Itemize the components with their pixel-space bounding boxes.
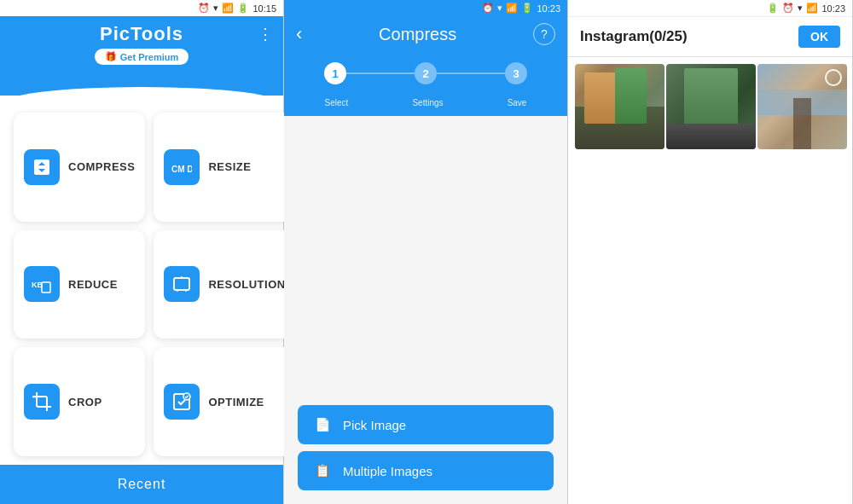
menu-icon[interactable]: ⋮ xyxy=(258,25,273,43)
wave-separator xyxy=(0,78,283,96)
back-button[interactable]: ‹ xyxy=(296,23,302,45)
resolution-icon-box xyxy=(164,266,200,302)
premium-label: Get Premium xyxy=(120,52,178,62)
instagram-panel: 🔋 ⏰ ▾ 📶 10:23 Instagram(0/25) OK xyxy=(568,0,853,504)
battery-icon: 🔋 xyxy=(237,3,249,14)
help-button[interactable]: ? xyxy=(533,23,555,45)
crop-icon-box xyxy=(24,384,60,420)
time-panel2: 10:23 xyxy=(537,3,560,14)
resolution-label: RESOLUTION xyxy=(208,278,285,291)
status-bar-panel3: 🔋 ⏰ ▾ 📶 10:23 xyxy=(568,0,852,17)
svg-rect-2 xyxy=(42,282,50,293)
get-premium-button[interactable]: 🎁 Get Premium xyxy=(95,49,189,65)
photo-strip xyxy=(568,57,852,156)
compress-icon xyxy=(32,157,52,177)
alarm-icon-p3: ⏰ xyxy=(782,3,794,14)
reduce-icon: KB xyxy=(32,274,52,294)
battery-icon-p2: 🔋 xyxy=(521,3,533,14)
app-header: ⋮ PicTools 🎁 Get Premium xyxy=(0,16,283,78)
time-panel1: 10:15 xyxy=(252,3,276,14)
multiple-images-label: Multiple Images xyxy=(343,464,432,478)
optimize-icon xyxy=(171,391,192,412)
compress-tool-card[interactable]: COMPRESS xyxy=(14,113,145,222)
step-2-label: Settings xyxy=(412,98,443,107)
recent-bar[interactable]: Recent xyxy=(0,465,283,504)
compress-label: COMPRESS xyxy=(68,160,135,173)
optimize-label: OPTIMIZE xyxy=(208,396,264,408)
step-labels: Select Settings Save xyxy=(284,98,567,116)
step-3-circle: 3 xyxy=(505,62,527,84)
tools-grid: COMPRESS CM DPI RESIZE KB REDUCE RESOLUT… xyxy=(0,96,283,465)
instagram-title: Instagram(0/25) xyxy=(580,28,688,45)
compress-content-area xyxy=(284,116,567,397)
optimize-icon-box xyxy=(164,384,200,420)
resolution-icon xyxy=(171,274,192,294)
compress-icon-box xyxy=(24,149,60,185)
reduce-tool-card[interactable]: KB REDUCE xyxy=(14,230,145,339)
photo-thumb-2[interactable] xyxy=(666,64,756,149)
step-3-label: Save xyxy=(508,98,527,107)
time-panel3: 10:23 xyxy=(821,3,845,14)
status-bar-panel2: ⏰ ▾ 📶 🔋 10:23 xyxy=(284,0,567,16)
premium-icon: 🎁 xyxy=(105,51,117,62)
alarm-icon-p2: ⏰ xyxy=(482,3,494,14)
multiple-images-icon: 📋 xyxy=(315,463,331,478)
main-menu-panel: ⏰ ▾ 📶 🔋 10:15 ⋮ PicTools 🎁 Get Premium C… xyxy=(0,0,284,504)
recent-label: Recent xyxy=(118,477,166,491)
steps-row: 1 2 3 xyxy=(284,55,567,98)
svg-rect-3 xyxy=(174,278,189,290)
alarm-icon: ⏰ xyxy=(198,3,210,14)
reduce-icon-box: KB xyxy=(24,266,60,302)
resize-label: RESIZE xyxy=(208,160,251,173)
status-bar-panel1: ⏰ ▾ 📶 🔋 10:15 xyxy=(0,0,283,16)
ok-button[interactable]: OK xyxy=(798,26,840,48)
photo-thumb-3[interactable] xyxy=(757,64,847,149)
resolution-tool-card[interactable]: RESOLUTION xyxy=(154,230,295,339)
pick-image-label: Pick Image xyxy=(343,418,406,432)
signal-icon: 📶 xyxy=(222,3,234,14)
instagram-body xyxy=(568,156,852,504)
compress-title: Compress xyxy=(379,25,456,44)
photo-select-radio[interactable] xyxy=(825,69,842,86)
compress-header: ‹ Compress ? xyxy=(284,16,567,55)
crop-tool-card[interactable]: CROP xyxy=(14,347,145,456)
reduce-label: REDUCE xyxy=(68,278,118,291)
pick-image-icon: 📄 xyxy=(315,417,331,432)
crop-icon xyxy=(32,391,52,412)
compress-panel: ⏰ ▾ 📶 🔋 10:23 ‹ Compress ? 1 2 3 Select … xyxy=(284,0,568,504)
resize-icon: CM DPI xyxy=(171,157,192,177)
compress-actions: 📄 Pick Image 📋 Multiple Images xyxy=(284,397,567,504)
battery-outline-icon: 🔋 xyxy=(767,3,779,14)
crop-label: CROP xyxy=(68,396,102,408)
pick-image-button[interactable]: 📄 Pick Image xyxy=(298,405,554,444)
wifi-icon-p3: ▾ xyxy=(798,3,803,14)
step-1-label: Select xyxy=(325,98,349,107)
step-line-1 xyxy=(346,72,415,74)
signal-icon-p2: 📶 xyxy=(506,3,518,14)
multiple-images-button[interactable]: 📋 Multiple Images xyxy=(298,451,554,490)
resize-icon-box: CM DPI xyxy=(164,149,200,185)
step-line-2 xyxy=(437,72,505,74)
svg-text:CM DPI: CM DPI xyxy=(171,165,192,174)
optimize-tool-card[interactable]: OPTIMIZE xyxy=(154,347,295,456)
photo-thumb-1[interactable] xyxy=(575,64,664,149)
instagram-header: Instagram(0/25) OK xyxy=(568,17,852,57)
resize-tool-card[interactable]: CM DPI RESIZE xyxy=(154,113,295,222)
step-1-circle: 1 xyxy=(324,62,346,84)
app-title: PicTools xyxy=(100,23,183,45)
signal-icon-p3: 📶 xyxy=(806,3,818,14)
step-2-circle: 2 xyxy=(415,62,437,84)
wifi-icon-p2: ▾ xyxy=(497,3,502,14)
wifi-icon: ▾ xyxy=(213,3,218,14)
